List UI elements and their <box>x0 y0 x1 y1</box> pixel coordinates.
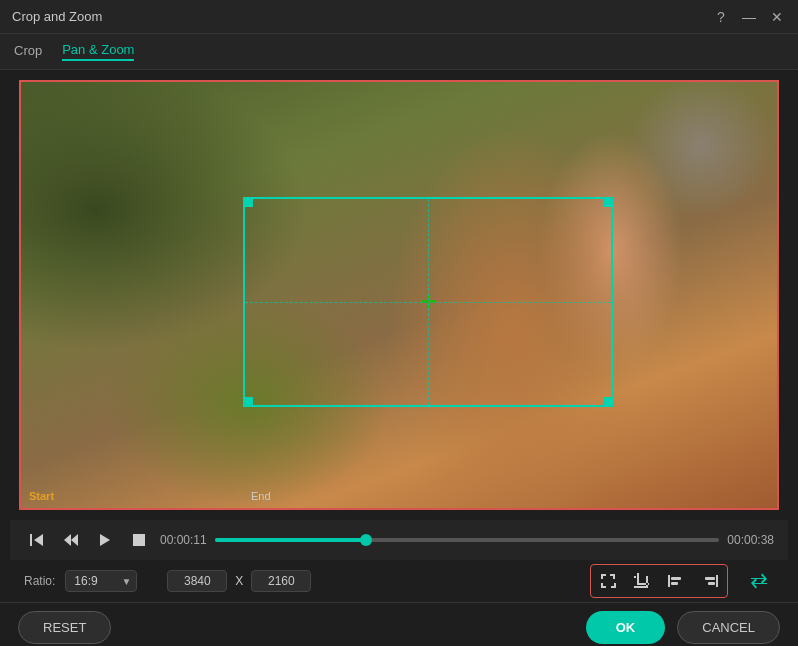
progress-bar[interactable] <box>215 538 720 542</box>
ok-button[interactable]: OK <box>586 611 666 644</box>
crop-handle-bl[interactable] <box>243 397 253 407</box>
play-button[interactable] <box>92 527 118 553</box>
tab-bar: Crop Pan & Zoom <box>0 34 798 70</box>
size-separator: X <box>235 574 243 588</box>
ratio-row: Ratio: 16:9 4:3 1:1 9:16 Custom ▼ X <box>10 560 788 602</box>
fit-frame-button[interactable] <box>593 567 623 595</box>
play-prev-icon <box>29 532 45 548</box>
frame-back-button[interactable] <box>58 527 84 553</box>
svg-marker-1 <box>34 534 43 546</box>
stop-button[interactable] <box>126 527 152 553</box>
swap-button[interactable] <box>744 567 774 595</box>
frame-back-icon <box>63 532 79 548</box>
crop-handle-tl[interactable] <box>243 197 253 207</box>
swap-icon <box>748 570 770 592</box>
svg-rect-9 <box>716 575 718 587</box>
crop-box[interactable]: ✛ <box>243 197 613 407</box>
tab-pan-zoom[interactable]: Pan & Zoom <box>62 42 134 61</box>
fit-frame-icon <box>599 572 617 590</box>
ratio-label: Ratio: <box>24 574 55 588</box>
help-icon[interactable]: ? <box>712 9 730 25</box>
video-frame: ✛ Start End <box>21 82 777 508</box>
play-icon <box>97 532 113 548</box>
height-input[interactable] <box>251 570 311 592</box>
minimize-icon[interactable]: — <box>740 9 758 25</box>
crop-x-icon <box>633 572 651 590</box>
size-box: X <box>167 570 311 592</box>
label-end: End <box>251 490 271 502</box>
svg-rect-11 <box>708 582 715 585</box>
svg-marker-3 <box>71 534 78 546</box>
time-total: 00:00:38 <box>727 533 774 547</box>
action-row: RESET OK CANCEL <box>0 602 798 646</box>
crosshair-icon: ✛ <box>418 292 438 312</box>
svg-rect-7 <box>671 577 681 580</box>
stop-icon <box>131 532 147 548</box>
title-bar-controls: ? — ✕ <box>712 9 786 25</box>
svg-rect-6 <box>668 575 670 587</box>
crop-handle-br[interactable] <box>603 397 613 407</box>
svg-rect-8 <box>671 582 678 585</box>
align-left-button[interactable] <box>661 567 691 595</box>
controls-bar: 00:00:11 00:00:38 <box>10 520 788 560</box>
close-icon[interactable]: ✕ <box>768 9 786 25</box>
crop-x-button[interactable] <box>627 567 657 595</box>
reset-button[interactable]: RESET <box>18 611 111 644</box>
progress-fill <box>215 538 366 542</box>
label-start: Start <box>29 490 54 502</box>
width-input[interactable] <box>167 570 227 592</box>
title-bar: Crop and Zoom ? — ✕ <box>0 0 798 34</box>
tab-crop[interactable]: Crop <box>14 43 42 60</box>
svg-rect-10 <box>705 577 715 580</box>
window-title: Crop and Zoom <box>12 9 102 24</box>
ratio-select[interactable]: 16:9 4:3 1:1 9:16 Custom <box>65 570 137 592</box>
align-right-button[interactable] <box>695 567 725 595</box>
time-current: 00:00:11 <box>160 533 207 547</box>
align-left-icon <box>667 572 685 590</box>
align-right-icon <box>701 572 719 590</box>
play-prev-button[interactable] <box>24 527 50 553</box>
svg-marker-4 <box>100 534 110 546</box>
right-buttons: OK CANCEL <box>586 611 780 644</box>
svg-marker-2 <box>64 534 71 546</box>
alignment-icon-group <box>590 564 728 598</box>
crop-handle-tr[interactable] <box>603 197 613 207</box>
progress-thumb[interactable] <box>360 534 372 546</box>
svg-rect-0 <box>30 534 32 546</box>
video-preview: ✛ Start End <box>19 80 779 510</box>
cancel-button[interactable]: CANCEL <box>677 611 780 644</box>
svg-rect-5 <box>133 534 145 546</box>
